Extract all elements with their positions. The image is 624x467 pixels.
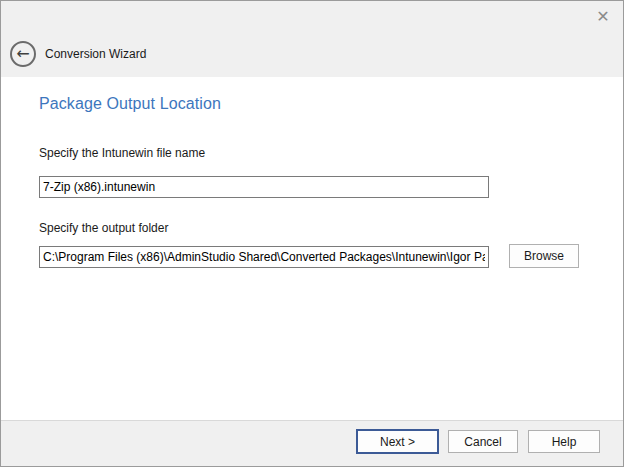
cancel-button[interactable]: Cancel [448, 430, 518, 453]
intunewin-file-name-label: Specify the Intunewin file name [39, 146, 205, 160]
conversion-wizard-dialog: ✕ ← Conversion Wizard Package Output Loc… [0, 0, 624, 467]
back-arrow-icon[interactable]: ← [10, 41, 36, 67]
wizard-title: Conversion Wizard [45, 47, 146, 61]
next-button[interactable]: Next > [356, 429, 439, 454]
intunewin-file-name-input[interactable] [39, 176, 489, 198]
wizard-header: ✕ ← Conversion Wizard [1, 1, 623, 77]
close-icon[interactable]: ✕ [591, 5, 615, 29]
page-title: Package Output Location [39, 95, 221, 113]
help-button[interactable]: Help [528, 430, 600, 453]
browse-button[interactable]: Browse [509, 244, 579, 268]
output-folder-input[interactable] [39, 246, 489, 268]
output-folder-label: Specify the output folder [39, 221, 168, 235]
